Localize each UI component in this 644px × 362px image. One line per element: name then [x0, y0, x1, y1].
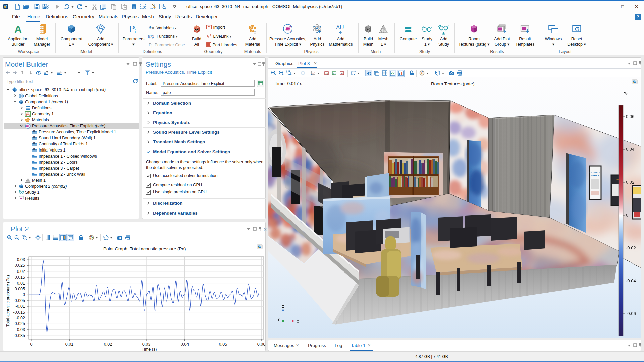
svg-text:y: y: [278, 316, 280, 321]
svg-text:D: D: [33, 136, 34, 138]
svg-text:COM: COM: [613, 178, 619, 181]
svg-text:0.02: 0.02: [626, 180, 634, 185]
svg-text:-0.02: -0.02: [626, 245, 636, 250]
svg-text:Pa: Pa: [623, 91, 629, 96]
svg-text:z: z: [282, 304, 284, 309]
svg-text:x: x: [297, 319, 299, 324]
svg-text:xz: xz: [341, 72, 343, 75]
svg-text:A: A: [14, 24, 22, 34]
svg-text:0.04: 0.04: [626, 147, 634, 152]
svg-text:yz: yz: [333, 72, 336, 75]
svg-text:-0.06: -0.06: [626, 311, 636, 316]
svg-text:xy: xy: [325, 72, 328, 75]
svg-text:i: i: [135, 28, 136, 34]
svg-text:ΔU: ΔU: [336, 25, 344, 31]
svg-text:P: P: [129, 25, 135, 33]
svg-text:NEWS: NEWS: [591, 174, 600, 177]
svg-text:0: 0: [626, 213, 628, 218]
svg-text:D: D: [33, 148, 34, 150]
svg-text:D: D: [33, 142, 34, 144]
svg-text:D: D: [33, 130, 34, 132]
svg-text:-0.04: -0.04: [626, 278, 636, 283]
svg-text:COMSOL: COMSOL: [589, 171, 601, 174]
svg-text:0.06: 0.06: [626, 114, 634, 119]
